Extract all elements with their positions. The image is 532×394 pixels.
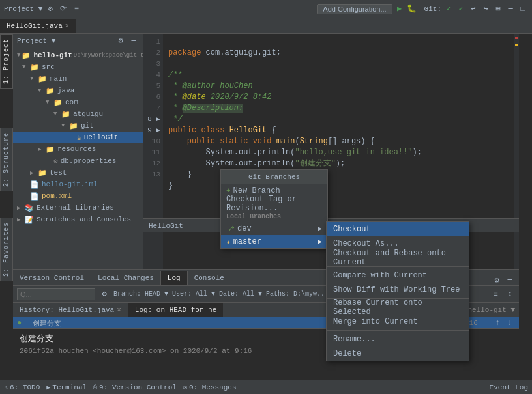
terminal-label: Terminal [52,384,87,391]
tree-item-atguigu[interactable]: ▼ 📁 atguigu [13,108,143,120]
panel-settings-icon[interactable]: ⚙ [115,36,126,46]
toolbar-right: Add Configuration... ▶ 🐛 Git: ✓ ✓ ↩ ↪ ⊞ … [317,4,528,14]
submenu-item-label: Show Diff with Working Tree [333,285,460,294]
subtab-log[interactable]: Log: on HEAD for he [128,303,223,317]
submenu-show-diff[interactable]: Show Diff with Working Tree [327,283,469,297]
event-log-label[interactable]: Event Log [490,384,528,391]
tree-label: db.properties [61,157,117,165]
tree-item-hellogit[interactable]: ☕ HelloGit [13,132,143,143]
tab-version-control[interactable]: Version Control [13,271,91,285]
subtab-history[interactable]: History: HelloGit.java × [13,303,128,317]
folder-icon: 📁 [69,122,78,130]
tree-item-scratches[interactable]: ▶ 📝 Scratches and Consoles [13,214,143,225]
log-filter-icon[interactable]: ≡ [490,289,501,300]
code-line-5: * @date 2020/9/2 8:42 [168,92,271,102]
toolbar-icon-settings[interactable]: ⟳ [58,4,68,14]
submenu-merge[interactable]: Merge into Current [327,315,469,329]
tree-item-db-props[interactable]: ⚙ db.properties [13,155,143,167]
side-tabs-left: 1: Project 2: Structure 2: Favorites [0,34,13,281]
tree-item-git[interactable]: ▼ 📁 git [13,120,143,132]
tree-item-java[interactable]: ▼ 📁 java [13,85,143,96]
status-todo[interactable]: ⚠ 6: TODO [4,384,40,391]
project-label[interactable]: Project ▼ [4,5,42,13]
status-terminal[interactable]: ▶ Terminal [46,384,87,391]
branch-icon: ⎇ [226,225,235,233]
submenu-rebase[interactable]: Rebase Current onto Selected [327,300,469,315]
tab-label: Version Control [20,274,84,282]
tab-hellogit-java[interactable]: HelloGit.java × [0,19,76,33]
check-icon[interactable]: ✓ [443,4,454,14]
sidebar-item-project[interactable]: 1: Project [0,34,13,89]
tree-label: com [65,98,78,106]
status-vcs[interactable]: ⎙ 9: Version Control [93,384,177,391]
top-toolbar: Project ▼ ⚙ ⟳ ≡ Add Configuration... ▶ 🐛… [0,0,532,18]
project-panel-header: Project ▼ ⚙ — [13,34,143,48]
submenu-item-label: Delete [333,349,361,358]
push-icon[interactable]: ↑ [492,318,503,328]
tree-item-hello-git[interactable]: ▼ 📁 hello-git D:\myworkspace\git-test\he… [13,49,143,61]
tab-close-icon[interactable]: × [65,23,69,30]
tab-console[interactable]: Console [188,271,231,285]
tree-item-external-libs[interactable]: ▶ 📚 External Libraries [13,202,143,214]
add-configuration-button[interactable]: Add Configuration... [317,4,392,14]
iml-file-icon: 📄 [30,180,39,189]
expand-arrow: ▼ [53,111,60,117]
status-messages[interactable]: ✉ 0: Messages [183,384,237,391]
popup-checkout-tag[interactable]: Checkout Tag or Revision... [221,197,327,210]
debug-icon[interactable]: 🐛 [407,4,417,14]
submenu-item-label: Compare with Current [333,271,427,280]
submenu-arrow: ▶ [318,225,322,232]
error-marker [515,37,518,39]
folder-icon: 📁 [46,87,55,95]
popup-branch-master[interactable]: ★ master ▶ [221,235,327,248]
branch-label: master [233,237,261,246]
undo-icon[interactable]: ↩ [468,4,479,14]
log-toolbar-label: Branch: HEAD ▼ [113,290,168,298]
tree-item-test[interactable]: ▶ 📁 test [13,167,143,178]
prop-file-icon: ⚙ [53,157,58,165]
tab-local-changes[interactable]: Local Changes [91,271,161,285]
tree-label: resources [57,145,96,153]
submenu-checkout-rebase[interactable]: Checkout and Rebase onto Current [327,251,469,265]
sidebar-item-structure[interactable]: 2: Structure [0,128,13,191]
toolbar-icon-sync[interactable]: ⚙ [45,4,55,14]
submenu-item-label: Checkout [333,225,371,234]
pull-icon[interactable]: ↓ [505,318,515,328]
settings-icon[interactable]: ⚙ [492,275,502,285]
sidebar-item-favorites[interactable]: 2: Favorites [0,218,13,281]
submenu-compare[interactable]: Compare with Current [327,268,469,283]
minimize-icon[interactable]: — [505,275,515,285]
popup-branch-dev[interactable]: ⎇ dev ▶ [221,222,327,235]
tree-item-iml[interactable]: 📄 hello-git.iml [13,178,143,190]
maximize-icon[interactable]: □ [518,4,528,14]
project-path: D:\myworkspace\git-test\hello- [74,52,143,59]
folder-icon: 📁 [46,145,55,154]
toolbar-icon-menu[interactable]: ≡ [71,4,81,14]
tree-item-main[interactable]: ▼ 📁 main [13,73,143,85]
git-branches-popup: Git Branches + New Branch Checkout Tag o… [220,169,328,249]
tree-item-src[interactable]: ▼ 📁 src [13,61,143,73]
panel-minimize-icon[interactable]: — [128,36,139,46]
submenu-delete[interactable]: Delete [327,346,469,361]
run-icon[interactable]: ▶ [394,4,405,14]
vcs-icon[interactable]: ⊞ [493,4,503,14]
code-line-3: /** [168,70,183,79]
tree-item-pom[interactable]: 📄 pom.xml [13,190,143,202]
log-search-input[interactable] [17,288,95,300]
tree-item-resources[interactable]: ▶ 📁 resources [13,143,143,155]
submenu-checkout[interactable]: Checkout [327,222,469,236]
log-scroll-icon[interactable]: ↕ [505,289,515,300]
check-icon2[interactable]: ✓ [456,4,466,14]
tree-label: main [50,75,66,83]
todo-label: 6: TODO [10,384,40,391]
close-icon[interactable]: × [117,306,121,314]
tree-item-com[interactable]: ▼ 📁 com [13,96,143,108]
submenu-rename[interactable]: Rename... [327,332,469,346]
submenu-item-label: Rename... [333,335,376,344]
project-tree: ▼ 📁 hello-git D:\myworkspace\git-test\he… [13,48,143,227]
tab-label: HelloGit.java [7,22,63,30]
settings-icon[interactable]: ⚙ [99,289,110,300]
minimize-icon[interactable]: — [505,4,516,14]
tab-log[interactable]: Log [161,271,188,285]
redo-icon[interactable]: ↪ [480,4,491,14]
